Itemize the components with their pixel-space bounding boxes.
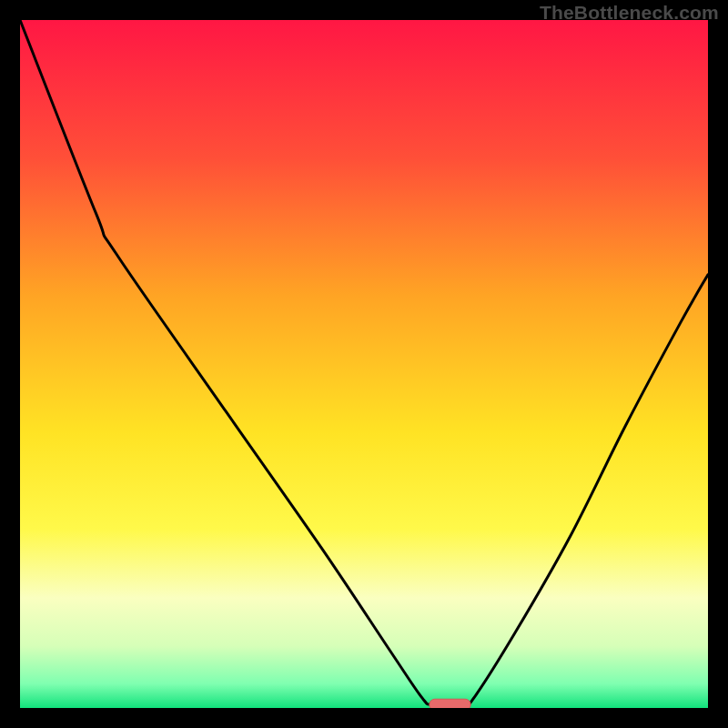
chart-frame: TheBottleneck.com <box>0 0 728 728</box>
optimal-marker <box>430 699 470 708</box>
chart-svg <box>20 20 708 708</box>
plot-area <box>20 20 708 708</box>
gradient-background <box>20 20 708 708</box>
